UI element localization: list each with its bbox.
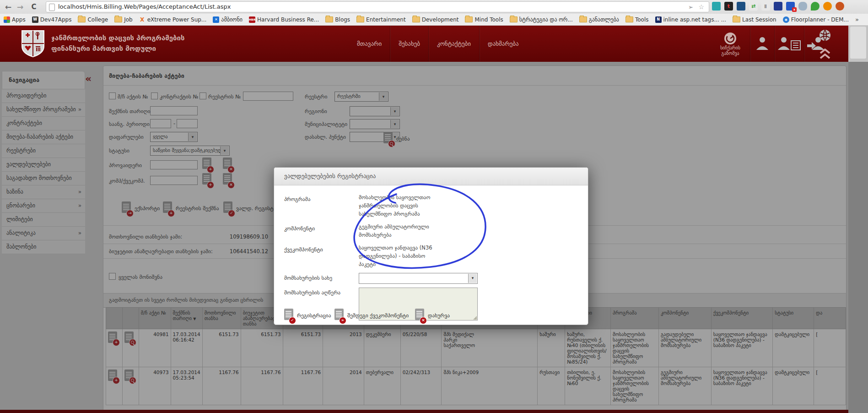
- menu-item-about[interactable]: შესახებ: [390, 26, 428, 62]
- apps-shortcut[interactable]: Apps: [4, 16, 26, 23]
- user-list-icon: [777, 35, 801, 51]
- bookmark-item[interactable]: Entertainment: [356, 16, 406, 23]
- user-button[interactable]: [750, 35, 774, 53]
- folder-icon: [733, 16, 740, 22]
- menu-item-home[interactable]: მთავარი: [349, 26, 390, 62]
- subcomponent-label: ქვეკომპონენტი: [284, 246, 323, 253]
- forward-icon[interactable]: →: [15, 1, 26, 12]
- dev47apps-icon: W: [32, 16, 38, 23]
- bookmark-item[interactable]: Mind Tools: [465, 16, 503, 23]
- address-bar[interactable]: localhost/Hmis.Billing.Web/Pages/Accepta…: [46, 1, 709, 12]
- scrollbar-thumb[interactable]: [850, 27, 866, 59]
- extension-icon-red[interactable]: [836, 2, 844, 11]
- bookmark-item[interactable]: ◉Floorplanner - DEM...: [783, 16, 849, 23]
- dialog-titlebar: ვალდებულებების რეგისტრაცია: [274, 168, 588, 185]
- pin-icon[interactable]: [811, 2, 819, 11]
- globe-icon[interactable]: [818, 28, 832, 42]
- share-icon[interactable]: ➢: [688, 4, 693, 11]
- bookmark-item[interactable]: Development: [412, 16, 459, 23]
- hbr-icon: HBR: [249, 16, 255, 23]
- app-logo-shield-icon: [20, 29, 46, 58]
- x-icon: X: [139, 16, 146, 23]
- app-title: ჯანმრთელობის დაცვის პროგრამების ფინანსურ…: [51, 33, 184, 54]
- check-badge-icon: ✓: [289, 317, 296, 324]
- folder-icon: [412, 16, 420, 22]
- bookmark-item[interactable]: Blogs: [325, 16, 350, 23]
- n-icon: N: [655, 16, 662, 23]
- bookmarks-overflow-icon[interactable]: »: [855, 16, 859, 23]
- bookmark-item[interactable]: Tools: [625, 16, 649, 23]
- service-type-select[interactable]: ▾: [359, 273, 478, 284]
- folder-icon: [114, 16, 122, 22]
- bookmark-item[interactable]: Ninline asp.net tags... ...: [655, 16, 727, 23]
- floorplanner-icon: ◉: [783, 16, 789, 23]
- folder-icon: [579, 16, 587, 22]
- browser-toolbar: ← → C localhost/Hmis.Billing.Web/Pages/A…: [0, 0, 868, 14]
- extension-icon-badged[interactable]: x: [786, 2, 795, 11]
- url-text[interactable]: localhost/Hmis.Billing.Web/Pages/Accepta…: [58, 3, 231, 10]
- service-description-label: მომსახურების აღწერა: [284, 289, 340, 296]
- back-icon[interactable]: ←: [3, 1, 14, 12]
- bookmark-item[interactable]: Job: [114, 16, 133, 23]
- folder-icon: [325, 16, 333, 22]
- component-label: კომპონენტი: [284, 225, 315, 232]
- folder-icon: [465, 16, 473, 22]
- app-header: ჯანმრთელობის დაცვის პროგრამების ფინანსურ…: [0, 26, 848, 62]
- main-menu: მთავარი შესახებ კონტაქტები დახმარება: [349, 26, 527, 62]
- subcomponent-value: საყოველთაო ჯანდაცვა (N36 დადგენილება) - …: [359, 244, 443, 268]
- extensions-row: t ⇄ ⣿ x: [712, 2, 844, 11]
- bookmark-item[interactable]: College: [78, 16, 108, 23]
- close-button[interactable]: × დახურვა: [415, 309, 450, 322]
- reload-icon[interactable]: C: [28, 1, 39, 12]
- service-type-label: მომსახურების სახე: [284, 275, 332, 281]
- user-list-button[interactable]: [775, 35, 804, 53]
- bookmark-item[interactable]: Last Session: [733, 16, 776, 23]
- chevron-down-icon: ▾: [468, 274, 477, 283]
- apps-grid-icon: [4, 16, 10, 23]
- collapse-header-icon[interactable]: [819, 49, 831, 60]
- page-footer-strip: [0, 410, 848, 413]
- extension-icon-green-arrows[interactable]: ⇄: [749, 2, 758, 11]
- register-button[interactable]: ✓ რეგისტრაცია: [284, 309, 331, 322]
- cloud-icon[interactable]: [798, 2, 807, 11]
- app-title-line1: ჯანმრთელობის დაცვის პროგრამების: [51, 33, 184, 43]
- badge-x-icon: x: [792, 7, 797, 12]
- bookmark-item[interactable]: განათლება: [579, 16, 619, 23]
- extension-icon-blue-panel[interactable]: [737, 2, 745, 11]
- bookmark-item[interactable]: HBRHarvard Business Re...: [249, 16, 319, 23]
- program-value: მოსახლეობის საყოველთაო ჯანმრთელობის დაცვ…: [359, 193, 443, 218]
- bookmark-item[interactable]: WDev47Apps: [32, 16, 72, 23]
- header-actions: სიჩქარის გაზომვა: [711, 26, 828, 62]
- menu-item-contacts[interactable]: კონტაქტები: [428, 26, 479, 62]
- page-icon: [49, 4, 55, 11]
- bookmark-item[interactable]: ✕ამბიონი: [213, 16, 243, 23]
- folder-icon: [356, 16, 364, 22]
- next-badge-icon: »: [339, 317, 346, 324]
- user-icon: [755, 35, 770, 51]
- extension-icon-dots[interactable]: ⣿: [761, 2, 770, 11]
- x-badge-icon: ×: [420, 317, 427, 324]
- next-subcomponent-button[interactable]: » შემდეგი ქვეკომპონენტი: [334, 309, 409, 322]
- bookmarks-bar: Apps WDev47Apps College Job XeXtreme Pow…: [0, 14, 868, 26]
- folder-icon: [625, 16, 633, 22]
- extension-icon-t[interactable]: t: [724, 2, 733, 11]
- menu-item-help[interactable]: დახმარება: [479, 26, 527, 62]
- extension-icon-teal[interactable]: [712, 2, 721, 11]
- program-label: პროგრამა: [284, 196, 311, 202]
- folder-icon: [510, 16, 518, 22]
- bookmark-item[interactable]: სტრატეგია და ორ...: [510, 16, 573, 23]
- dialog-title: ვალდებულებების რეგისტრაცია: [284, 173, 376, 179]
- speed-test-button[interactable]: სიჩქარის გაზომვა: [711, 32, 750, 56]
- bookmark-item[interactable]: XeXtreme Power Sup...: [139, 16, 207, 23]
- bookmark-star-icon[interactable]: ☆: [698, 3, 704, 11]
- obligation-registration-dialog: ვალდებულებების რეგისტრაცია პროგრამა მოსა…: [274, 167, 588, 325]
- extension-icon-orange[interactable]: [823, 2, 832, 11]
- folder-icon: [78, 16, 86, 22]
- extension-icon-navy-grid[interactable]: [774, 2, 782, 11]
- speedometer-icon: [723, 32, 737, 45]
- app-title-line2: ფინანსური მართვის მოდული: [51, 43, 184, 54]
- ambioni-icon: ✕: [213, 16, 219, 23]
- component-value: გეგმიური ამბულატორიული მომსახურება: [359, 223, 443, 239]
